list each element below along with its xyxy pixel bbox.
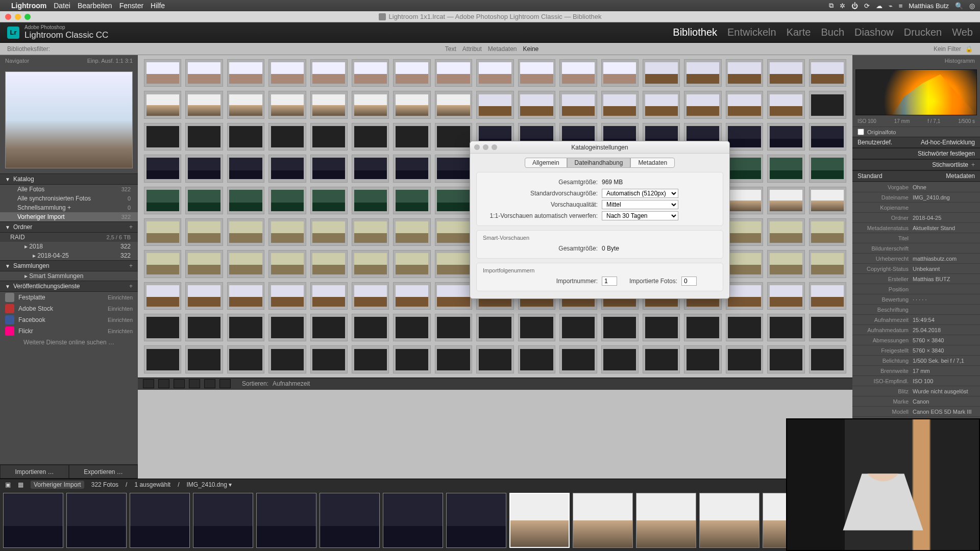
menubar-status-icon[interactable]: ⟳ bbox=[864, 2, 870, 10]
view-grid-icon[interactable] bbox=[143, 379, 154, 388]
originalfoto-checkbox[interactable] bbox=[857, 129, 864, 135]
grid-thumbnail[interactable] bbox=[684, 91, 721, 118]
export-button[interactable]: Exportieren … bbox=[69, 465, 138, 479]
menu-edit[interactable]: Bearbeiten bbox=[78, 2, 112, 10]
meta-value[interactable]: 15:49:54 bbox=[913, 317, 935, 323]
grid-thumbnail[interactable] bbox=[476, 91, 513, 118]
grid-thumbnail[interactable] bbox=[352, 91, 389, 118]
grid-thumbnail[interactable] bbox=[809, 282, 846, 310]
grid-thumbnail[interactable] bbox=[393, 123, 430, 151]
grid-thumbnail[interactable] bbox=[767, 59, 804, 87]
catalog-row-quick[interactable]: Schnellsammlung +0 bbox=[0, 203, 138, 212]
menubar-status-icon[interactable]: ⏻ bbox=[851, 2, 858, 10]
view-loupe-icon[interactable] bbox=[158, 379, 169, 388]
filter-preset[interactable]: Kein Filter bbox=[934, 45, 961, 53]
meta-value[interactable]: Canon EOS 5D Mark III bbox=[913, 409, 972, 415]
dialog-zoom-icon[interactable] bbox=[492, 144, 497, 150]
publish-service-row[interactable]: FestplatteEinrichten bbox=[0, 292, 138, 303]
grid-thumbnail[interactable] bbox=[185, 59, 223, 87]
import-number-field[interactable] bbox=[602, 277, 617, 286]
grid-thumbnail[interactable] bbox=[310, 314, 348, 341]
grid-thumbnail[interactable] bbox=[310, 155, 348, 182]
metadata-header[interactable]: Standard Metadaten bbox=[852, 170, 980, 182]
grid-thumbnail[interactable] bbox=[227, 59, 264, 87]
grid-thumbnail[interactable] bbox=[227, 123, 264, 151]
filmstrip-thumbnail[interactable] bbox=[573, 493, 633, 548]
dialog-tab-metadata[interactable]: Metadaten bbox=[630, 158, 675, 168]
nav-zoom-1to1[interactable]: 1:1 bbox=[115, 58, 123, 64]
filmstrip-thumbnail[interactable] bbox=[699, 493, 760, 548]
volume-row[interactable]: RAID2,5 / 6 TB bbox=[0, 233, 138, 242]
keywords-set-header[interactable]: Stichwörter festlegen bbox=[852, 148, 980, 159]
filmstrip-thumbnail[interactable] bbox=[636, 493, 696, 548]
grid-thumbnail[interactable] bbox=[809, 91, 846, 118]
source-chip[interactable]: Vorheriger Import bbox=[31, 481, 84, 489]
meta-value[interactable]: · · · · · bbox=[913, 296, 927, 303]
preview-quality-select[interactable]: Mittel bbox=[602, 200, 678, 209]
discard-1to1-select[interactable]: Nach 30 Tagen bbox=[602, 211, 678, 220]
grid-thumbnail[interactable] bbox=[144, 123, 181, 151]
grid-thumbnail[interactable] bbox=[268, 123, 306, 151]
filmstrip-thumbnail[interactable] bbox=[509, 493, 570, 548]
meta-value[interactable]: IMG_2410.dng bbox=[913, 194, 950, 201]
window-close-icon[interactable] bbox=[5, 14, 11, 20]
grid-thumbnail[interactable] bbox=[352, 282, 389, 310]
histogram[interactable] bbox=[855, 69, 977, 115]
grid-thumbnail[interactable] bbox=[767, 123, 804, 151]
grid-thumbnail[interactable] bbox=[144, 345, 181, 373]
grid-thumbnail[interactable] bbox=[435, 345, 472, 373]
menubar-status-icon[interactable]: ☁︎ bbox=[876, 2, 883, 10]
grid-thumbnail[interactable] bbox=[352, 59, 389, 87]
metadata-preset-select[interactable]: Ohne bbox=[913, 184, 926, 190]
grid-thumbnail[interactable] bbox=[144, 314, 181, 341]
filmstrip-thumbnail[interactable] bbox=[383, 493, 443, 548]
spotlight-icon[interactable]: 🔍 bbox=[955, 2, 963, 10]
grid-thumbnail[interactable] bbox=[684, 314, 721, 341]
filter-tab-text[interactable]: Text bbox=[445, 45, 456, 53]
grid-thumbnail[interactable] bbox=[809, 218, 846, 246]
grid-thumbnail[interactable] bbox=[227, 282, 264, 310]
imported-photos-field[interactable] bbox=[681, 277, 697, 286]
filter-tab-none[interactable]: Keine bbox=[523, 45, 539, 53]
grid-thumbnail[interactable] bbox=[227, 250, 264, 278]
grid-thumbnail[interactable] bbox=[767, 187, 804, 214]
meta-value[interactable]: Wurde nicht ausgelöst bbox=[913, 388, 968, 394]
grid-thumbnail[interactable] bbox=[185, 314, 223, 341]
grid-thumbnail[interactable] bbox=[185, 282, 223, 310]
grid-thumbnail[interactable] bbox=[310, 123, 348, 151]
grid-thumbnail[interactable] bbox=[227, 218, 264, 246]
meta-value[interactable]: Unbekannt bbox=[913, 266, 940, 272]
grid-cycle-icon[interactable]: ▦ bbox=[18, 481, 23, 488]
grid-thumbnail[interactable] bbox=[268, 250, 306, 278]
grid-thumbnail[interactable] bbox=[268, 187, 306, 214]
grid-thumbnail[interactable] bbox=[726, 59, 763, 87]
menu-help[interactable]: Hilfe bbox=[151, 2, 165, 10]
grid-thumbnail[interactable] bbox=[684, 59, 721, 87]
grid-thumbnail[interactable] bbox=[185, 187, 223, 214]
grid-thumbnail[interactable] bbox=[809, 155, 846, 182]
siri-icon[interactable]: ◎ bbox=[969, 2, 975, 10]
grid-thumbnail[interactable] bbox=[310, 282, 348, 310]
smart-collections-row[interactable]: ▸ Smart Sammlungen bbox=[0, 271, 138, 281]
keywords-list-header[interactable]: Stichwortliste+ bbox=[852, 159, 980, 170]
grid-thumbnail[interactable] bbox=[601, 91, 639, 118]
grid-thumbnail[interactable] bbox=[310, 345, 348, 373]
grid-thumbnail[interactable] bbox=[767, 250, 804, 278]
grid-thumbnail[interactable] bbox=[227, 345, 264, 373]
add-collection-icon[interactable]: + bbox=[129, 262, 133, 269]
grid-thumbnail[interactable] bbox=[435, 218, 472, 246]
add-folder-icon[interactable]: + bbox=[129, 223, 133, 231]
meta-value[interactable]: Canon bbox=[913, 398, 929, 405]
grid-thumbnail[interactable] bbox=[144, 59, 181, 87]
folder-row[interactable]: ▸ 2018322 bbox=[0, 242, 138, 251]
view-survey-icon[interactable] bbox=[189, 379, 200, 388]
current-file[interactable]: IMG_2410.dng ▾ bbox=[187, 481, 232, 488]
view-people-icon[interactable] bbox=[204, 379, 215, 388]
grid-thumbnail[interactable] bbox=[352, 155, 389, 182]
module-book[interactable]: Buch bbox=[821, 27, 844, 38]
module-web[interactable]: Web bbox=[952, 27, 973, 38]
grid-thumbnail[interactable] bbox=[435, 91, 472, 118]
grid-thumbnail[interactable] bbox=[726, 187, 763, 214]
grid-thumbnail[interactable] bbox=[809, 345, 846, 373]
grid-thumbnail[interactable] bbox=[185, 345, 223, 373]
